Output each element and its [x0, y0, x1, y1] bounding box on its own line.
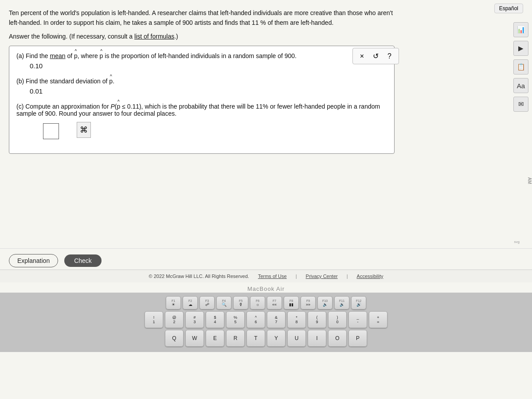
macbook-label: MacBook Air	[0, 286, 532, 292]
key-f11[interactable]: F11🔉	[334, 296, 349, 309]
key-w[interactable]: W	[185, 330, 204, 347]
right-toolbar: 📊 ▶ 📋 Aa ✉	[513, 22, 528, 112]
key-f3[interactable]: F3☍	[200, 296, 215, 309]
key-q[interactable]: Q	[165, 330, 184, 347]
key-equals[interactable]: +=	[369, 311, 387, 328]
key-f12[interactable]: F12🔊	[351, 296, 366, 309]
key-f10[interactable]: F10🔈	[317, 296, 332, 309]
number-row: !1 @2 #3 $4 %5 ^6 &7 *8 (9 )0 _- +=	[13, 311, 519, 328]
key-9[interactable]: (9	[308, 311, 326, 328]
language-button[interactable]: Español	[494, 4, 523, 13]
key-5[interactable]: %5	[226, 311, 245, 328]
part-c-label: (c) Compute an approximation for P(p ≤ 0…	[16, 103, 387, 117]
clipboard-icon[interactable]: 📋	[513, 59, 528, 74]
part-c-tool[interactable]: ⌘	[77, 122, 91, 138]
accessibility-link[interactable]: Accessibility	[357, 274, 383, 279]
privacy-link[interactable]: Privacy Center	[306, 274, 338, 279]
part-b: (b) Find the standard deviation of p. 0.…	[16, 78, 387, 95]
key-f7[interactable]: F7««	[267, 296, 282, 309]
key-y[interactable]: Y	[267, 330, 286, 347]
key-3[interactable]: #3	[185, 311, 204, 328]
footer-sep1: |	[296, 274, 297, 279]
qwerty-row: Q W E R T Y U I O P	[13, 330, 519, 347]
key-minus[interactable]: _-	[348, 311, 367, 328]
key-t[interactable]: T	[246, 330, 265, 347]
key-i[interactable]: I	[308, 330, 326, 347]
part-c: (c) Compute an approximation for P(p ≤ 0…	[16, 103, 387, 139]
terms-link[interactable]: Terms of Use	[258, 274, 287, 279]
key-7[interactable]: &7	[267, 311, 286, 328]
key-4[interactable]: $4	[206, 311, 224, 328]
text-icon[interactable]: Aa	[513, 78, 528, 93]
key-1[interactable]: !1	[145, 311, 163, 328]
am-label: AM	[527, 177, 532, 184]
footer-bar: © 2022 McGraw Hill LLC. All Rights Reser…	[0, 270, 532, 282]
part-c-input[interactable]	[43, 123, 59, 139]
key-f2[interactable]: F2☁	[183, 296, 198, 309]
key-e[interactable]: E	[206, 330, 224, 347]
key-8[interactable]: *8	[287, 311, 306, 328]
answer-section: (a) Find the mean of p, where p is the p…	[9, 46, 395, 154]
problem-intro: Ten percent of the world's population is…	[9, 8, 395, 28]
key-6[interactable]: ^6	[246, 311, 265, 328]
key-f5[interactable]: F5🎙	[233, 296, 248, 309]
problem-intro-text: Ten percent of the world's population is…	[9, 9, 393, 26]
key-f8[interactable]: F8▮▮	[284, 296, 299, 309]
key-2[interactable]: @2	[165, 311, 184, 328]
formulas-link[interactable]: list of formulas	[134, 33, 174, 40]
key-r[interactable]: R	[226, 330, 245, 347]
mail-icon[interactable]: ✉	[513, 97, 528, 112]
key-u[interactable]: U	[287, 330, 306, 347]
key-p[interactable]: P	[348, 330, 367, 347]
calculator-icon[interactable]: 📊	[513, 22, 528, 37]
key-f9[interactable]: F9»»	[301, 296, 316, 309]
check-button[interactable]: Check	[64, 254, 102, 267]
part-b-answer: 0.01	[30, 87, 387, 95]
part-b-label: (b) Find the standard deviation of p.	[16, 78, 387, 85]
main-content: Español Ten percent of the world's popul…	[0, 0, 532, 275]
explanation-button[interactable]: Explanation	[9, 254, 58, 267]
part-a: (a) Find the mean of p, where p is the p…	[16, 52, 387, 70]
play-icon[interactable]: ▶	[513, 41, 528, 56]
svg-label: svg	[514, 240, 520, 244]
part-a-label: (a) Find the mean of p, where p is the p…	[16, 52, 387, 59]
keyboard: F1☀ F2☁ F3☍ F4🔍 F5🎙 F6☼ F7«« F8▮▮ F9»» F…	[0, 293, 532, 352]
undo-icon[interactable]: ↺	[373, 52, 379, 60]
close-icon[interactable]: ×	[360, 52, 364, 60]
bottom-bar: Explanation Check	[0, 248, 532, 273]
key-f4[interactable]: F4🔍	[216, 296, 231, 309]
help-icon[interactable]: ?	[387, 52, 391, 60]
instructions-text: Answer the following. (If necessary, con…	[9, 31, 395, 41]
key-f6[interactable]: F6☼	[250, 296, 265, 309]
part-a-answer: 0.10	[30, 62, 387, 70]
key-0[interactable]: )0	[328, 311, 347, 328]
key-o[interactable]: O	[328, 330, 347, 347]
key-f1[interactable]: F1☀	[166, 296, 181, 309]
fn-row: F1☀ F2☁ F3☍ F4🔍 F5🎙 F6☼ F7«« F8▮▮ F9»» F…	[13, 296, 519, 309]
footer-sep2: |	[347, 274, 348, 279]
footer-copyright: © 2022 McGraw Hill LLC. All Rights Reser…	[149, 274, 249, 279]
